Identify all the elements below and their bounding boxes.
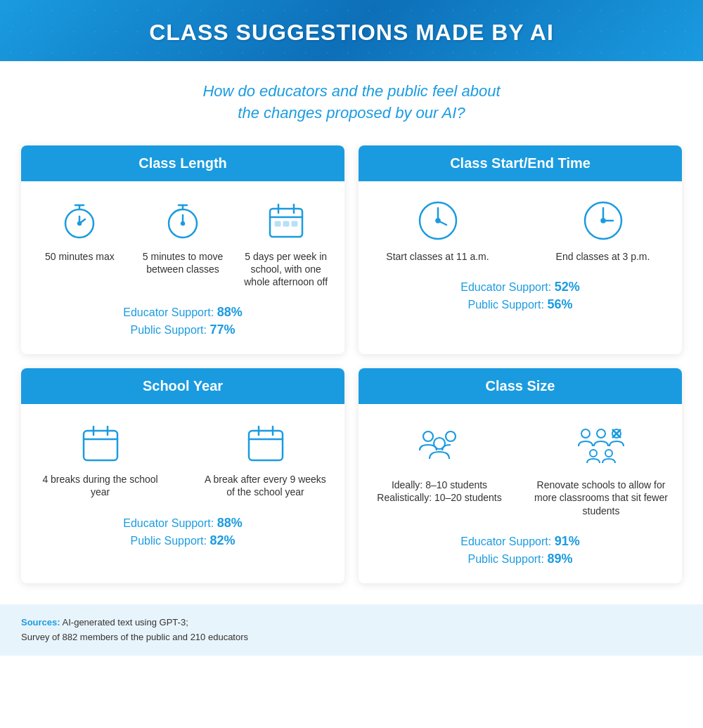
- icons-row-school-year: 4 breaks during the school year A break …: [35, 421, 330, 498]
- header-title: CLASS SUGGESTIONS MADE BY AI: [28, 20, 675, 46]
- svg-point-40: [590, 450, 597, 457]
- card-title-school-year: School Year: [143, 378, 223, 394]
- svg-rect-15: [275, 221, 280, 226]
- public-support-class-start-end: Public Support: 56%: [460, 297, 579, 312]
- icon-item-5min: 5 minutes to move between classes: [138, 198, 228, 289]
- icon-item-renovate: Renovate schools to allow for more class…: [534, 421, 668, 517]
- card-school-year: School Year 4 breaks during the school y…: [21, 368, 344, 583]
- group-large-icon: [576, 421, 626, 472]
- public-support-class-length: Public Support: 77%: [123, 323, 242, 337]
- svg-point-21: [436, 219, 439, 222]
- header: CLASS SUGGESTIONS MADE BY AI: [0, 0, 703, 61]
- card-body-class-size: Ideally: 8–10 students Realistically: 10…: [359, 404, 682, 583]
- public-support-class-size: Public Support: 89%: [460, 552, 579, 566]
- card-header-class-length: Class Length: [21, 145, 344, 181]
- educator-support-class-size: Educator Support: 91%: [460, 534, 579, 549]
- label-start-11: Start classes at 11 a.m.: [386, 250, 489, 263]
- icon-item-4breaks: 4 breaks during the school year: [35, 421, 165, 498]
- card-header-class-start-end: Class Start/End Time: [359, 145, 682, 181]
- card-body-class-start-end: Start classes at 11 a.m. End classes at …: [359, 181, 682, 329]
- icons-row-class-length: 50 minutes max 5 minutes to move between…: [35, 198, 330, 289]
- calendar-icon-3: [243, 421, 288, 466]
- svg-point-10: [181, 222, 184, 225]
- card-class-length: Class Length: [21, 145, 344, 355]
- timer-icon-2: [160, 198, 205, 243]
- support-stats-class-length: Educator Support: 88% Public Support: 77…: [123, 305, 242, 340]
- card-class-size: Class Size: [359, 368, 682, 583]
- label-4breaks: 4 breaks during the school year: [35, 473, 165, 498]
- svg-rect-30: [249, 431, 283, 460]
- icon-item-5days: 5 days per week in school, with one whol…: [241, 198, 330, 289]
- icon-item-ideal-size: Ideally: 8–10 students Realistically: 10…: [373, 421, 506, 517]
- icon-item-end-3: End classes at 3 p.m.: [538, 198, 668, 263]
- label-end-3: End classes at 3 p.m.: [556, 250, 650, 263]
- icons-row-class-size: Ideally: 8–10 students Realistically: 10…: [373, 421, 668, 517]
- svg-point-41: [605, 450, 612, 457]
- cards-grid: Class Length: [0, 138, 703, 597]
- card-class-start-end: Class Start/End Time Start classes at 11…: [359, 145, 682, 355]
- svg-point-25: [601, 219, 605, 222]
- card-body-school-year: 4 breaks during the school year A break …: [21, 404, 344, 564]
- label-5min: 5 minutes to move between classes: [138, 250, 228, 275]
- svg-rect-16: [283, 221, 289, 226]
- public-support-school-year: Public Support: 82%: [123, 533, 242, 548]
- support-stats-class-start-end: Educator Support: 52% Public Support: 56…: [460, 280, 579, 315]
- card-header-class-size: Class Size: [359, 368, 682, 404]
- svg-point-36: [434, 438, 445, 449]
- footer-sources: Sources: AI-generated text using GPT-3;S…: [21, 616, 682, 645]
- support-stats-class-size: Educator Support: 91% Public Support: 89…: [460, 534, 579, 569]
- svg-point-34: [423, 431, 433, 441]
- svg-point-37: [581, 429, 590, 438]
- card-title-class-start-end: Class Start/End Time: [450, 155, 591, 171]
- icon-item-50min: 50 minutes max: [35, 198, 124, 289]
- icon-item-start-11: Start classes at 11 a.m.: [373, 198, 503, 263]
- label-renovate: Renovate schools to allow for more class…: [534, 479, 668, 517]
- svg-rect-26: [84, 431, 117, 460]
- label-5days: 5 days per week in school, with one whol…: [241, 250, 330, 289]
- group-small-icon: [414, 421, 465, 472]
- educator-support-class-length: Educator Support: 88%: [123, 305, 242, 320]
- icons-row-class-start-end: Start classes at 11 a.m. End classes at …: [373, 198, 668, 263]
- card-title-class-length: Class Length: [138, 155, 227, 171]
- svg-point-5: [78, 222, 81, 225]
- footer: Sources: AI-generated text using GPT-3;S…: [0, 604, 703, 656]
- subtitle-section: How do educators and the public feel abo…: [0, 61, 703, 138]
- label-ideal-size: Ideally: 8–10 students Realistically: 10…: [377, 479, 501, 504]
- timer-icon-1: [57, 198, 102, 243]
- calendar-icon-1: [264, 198, 309, 243]
- card-header-school-year: School Year: [21, 368, 344, 404]
- icon-item-9weeks: A break after every 9 weeks of the schoo…: [200, 421, 330, 498]
- sources-label: Sources:: [21, 617, 60, 628]
- clock-icon-1: [415, 198, 460, 243]
- svg-rect-17: [292, 221, 297, 226]
- label-50min: 50 minutes max: [45, 250, 115, 263]
- label-9weeks: A break after every 9 weeks of the schoo…: [200, 473, 330, 498]
- clock-icon-2: [581, 198, 626, 243]
- subtitle-text: How do educators and the public feel abo…: [42, 81, 661, 124]
- educator-support-school-year: Educator Support: 88%: [123, 516, 242, 531]
- support-stats-school-year: Educator Support: 88% Public Support: 82…: [123, 516, 242, 551]
- card-title-class-size: Class Size: [486, 378, 555, 394]
- calendar-icon-2: [78, 421, 123, 466]
- educator-support-class-start-end: Educator Support: 52%: [460, 280, 579, 294]
- svg-point-38: [597, 429, 605, 438]
- svg-point-35: [446, 431, 456, 441]
- card-body-class-length: 50 minutes max 5 minutes to move between…: [21, 181, 344, 355]
